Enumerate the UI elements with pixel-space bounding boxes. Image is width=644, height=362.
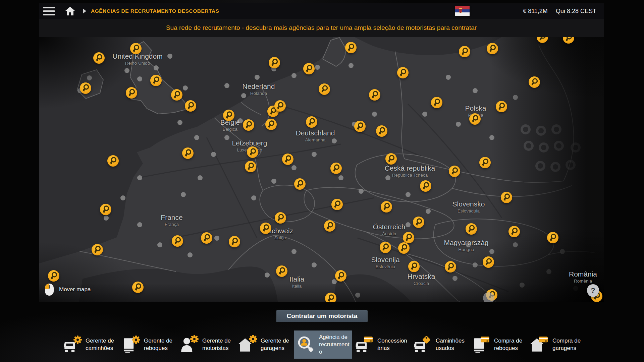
agency-marker[interactable] [537,37,548,43]
agency-marker[interactable] [413,217,424,228]
menu-icon[interactable] [43,7,55,15]
city-dot [291,165,297,170]
agency-marker[interactable] [172,235,183,247]
agency-marker[interactable] [107,155,119,167]
city-dot [255,75,260,80]
agency-marker[interactable] [445,261,456,273]
agency-marker[interactable] [459,46,470,57]
toolbar-item-trailer-manager[interactable]: Gerente de reboques [119,330,177,359]
agency-marker[interactable] [229,236,240,247]
agency-marker[interactable] [130,43,142,54]
agency-marker[interactable] [483,256,494,268]
agency-marker[interactable] [282,154,293,165]
agency-marker[interactable] [369,89,380,101]
toolbar-item-driver-manager[interactable]: Gerente de motoristas [177,330,235,359]
toolbar-item-label: Caminhões usados [436,337,467,352]
truck-dealer-icon [354,335,374,355]
agency-marker[interactable] [171,89,182,101]
agency-marker[interactable] [354,121,366,132]
profile-flag-serbia[interactable] [455,6,470,16]
agency-marker[interactable] [260,223,271,234]
agency-marker[interactable] [325,293,336,302]
city-dot [338,175,343,180]
agency-marker[interactable] [274,100,286,112]
agency-marker[interactable] [420,180,431,192]
agency-marker[interactable] [201,232,212,244]
agency-marker[interactable] [431,97,442,108]
toolbar-item-truck-dealer[interactable]: Concessionárias [352,330,411,359]
agency-marker[interactable] [275,212,286,224]
agency-marker[interactable] [479,157,491,168]
agency-marker[interactable] [92,244,103,255]
toolbar-item-truck-manager[interactable]: Gerente de caminhões [60,330,119,359]
agency-marker[interactable] [398,242,410,254]
agency-marker[interactable] [381,201,392,213]
bottom-toolbar: Gerente de caminhõesGerente de reboquesG… [60,330,587,359]
agency-marker[interactable] [449,166,460,177]
city-dot [224,83,229,88]
toolbar-item-label: Gerente de motoristas [202,337,233,352]
hire-driver-button[interactable]: Contratar um motorista [276,310,368,322]
agency-marker[interactable] [48,270,59,282]
trailer-purchase-icon [471,335,491,355]
agency-marker[interactable] [93,52,105,64]
agency-marker[interactable] [245,161,256,172]
agency-marker[interactable] [486,289,497,301]
home-icon[interactable] [64,6,76,16]
agency-marker[interactable] [501,192,512,203]
agency-marker[interactable] [150,75,162,86]
city-dot [426,209,431,214]
agency-marker[interactable] [403,232,414,243]
agency-marker[interactable] [132,282,144,293]
city-ring [535,161,545,171]
agency-marker[interactable] [306,116,317,128]
agency-marker[interactable] [563,37,574,44]
agency-marker[interactable] [547,232,558,243]
agency-marker[interactable] [223,110,234,121]
agency-marker[interactable] [345,42,357,53]
city-dot [194,135,199,140]
agency-marker[interactable] [324,220,335,232]
agency-marker[interactable] [243,119,254,131]
agency-marker[interactable] [303,63,315,74]
agency-marker[interactable] [335,270,346,282]
agency-marker[interactable] [397,67,409,78]
agency-marker[interactable] [269,57,280,68]
toolbar-item-used-trucks[interactable]: Caminhões usados [411,330,469,359]
agency-marker[interactable] [466,223,477,235]
map[interactable]: United KingdomReino UnidoNederlandHoland… [39,37,604,302]
agency-marker[interactable] [508,226,520,237]
agency-marker[interactable] [487,43,498,54]
agency-marker[interactable] [376,125,387,137]
agency-marker[interactable] [469,113,481,125]
agency-marker[interactable] [265,119,277,130]
agency-marker[interactable] [185,100,196,112]
agency-marker[interactable] [408,261,420,272]
city-dot [120,195,125,200]
toolbar-item-garage-manager[interactable]: Gerente de garagens [235,330,294,359]
driver-manager-icon [179,335,199,355]
used-trucks-icon [413,335,433,355]
toolbar-item-recruitment-agency[interactable]: Agência de recrutamento [294,330,352,359]
agency-marker[interactable] [100,204,111,215]
agency-marker[interactable] [80,82,91,94]
agency-marker[interactable] [276,265,287,277]
agency-marker[interactable] [330,163,342,174]
toolbar-item-garage-purchase[interactable]: Compra de garagens [527,330,586,359]
agency-marker[interactable] [529,76,540,88]
city-ring [550,162,560,172]
city-dot [181,192,186,197]
toolbar-item-label: Gerente de reboques [144,337,175,352]
agency-marker[interactable] [385,153,397,165]
agency-marker[interactable] [380,242,391,253]
agency-marker[interactable] [319,83,330,95]
toolbar-item-trailer-purchase[interactable]: Compra de reboques [469,330,527,359]
agency-marker[interactable] [496,101,507,112]
agency-marker[interactable] [331,199,343,210]
city-dot [265,273,270,278]
agency-marker[interactable] [182,147,194,159]
agency-marker[interactable] [294,178,306,190]
agency-marker[interactable] [126,87,137,99]
city-dot [348,63,354,68]
agency-marker[interactable] [247,146,258,158]
